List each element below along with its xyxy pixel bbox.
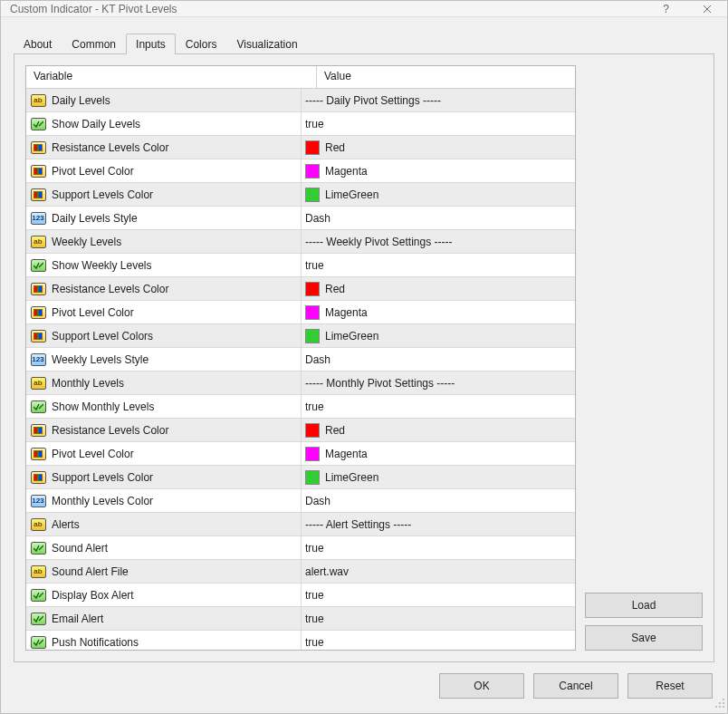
color-param-icon [30, 447, 46, 461]
column-header-variable[interactable]: Variable [26, 66, 317, 88]
param-value: Magenta [325, 165, 368, 178]
param-name: Resistance Levels Color [52, 283, 168, 295]
cancel-button[interactable]: Cancel [533, 673, 618, 699]
param-value: LimeGreen [325, 471, 378, 484]
cell-variable: abDaily Levels [26, 89, 302, 111]
cell-value[interactable]: Dash [302, 348, 575, 371]
cell-value[interactable]: LimeGreen [302, 324, 575, 347]
cell-value[interactable]: Dash [302, 207, 575, 229]
param-name: Daily Levels [52, 94, 110, 107]
bool-param-icon [30, 400, 46, 414]
color-swatch-icon [305, 447, 320, 461]
column-header-value[interactable]: Value [317, 66, 575, 88]
tab-visualization[interactable]: Visualization [226, 34, 307, 54]
param-name: Pivot Level Color [52, 448, 134, 460]
cell-variable: Show Monthly Levels [26, 395, 302, 418]
param-value: true [305, 400, 324, 413]
tab-inputs[interactable]: Inputs [126, 34, 176, 54]
table-row[interactable]: 123Daily Levels StyleDash [26, 207, 575, 230]
param-value: Dash [305, 353, 330, 366]
cell-value[interactable]: Red [302, 277, 575, 300]
load-button[interactable]: Load [585, 593, 703, 618]
cell-variable: 123Daily Levels Style [26, 207, 302, 229]
tab-label: Inputs [136, 38, 166, 51]
tab-colors[interactable]: Colors [176, 34, 227, 54]
table-row[interactable]: Pivot Level ColorMagenta [26, 442, 575, 466]
table-row[interactable]: Support Levels ColorLimeGreen [26, 466, 575, 489]
tab-about[interactable]: About [14, 34, 62, 54]
cell-value[interactable]: true [302, 536, 575, 559]
param-value: ----- Monthly Pivot Settings ----- [305, 377, 455, 390]
cell-value[interactable]: LimeGreen [302, 466, 575, 488]
table-row[interactable]: Support Levels ColorLimeGreen [26, 183, 575, 207]
button-label: Reset [656, 680, 684, 692]
param-name: Resistance Levels Color [52, 424, 168, 437]
table-row[interactable]: Pivot Level ColorMagenta [26, 301, 575, 324]
cell-value[interactable]: LimeGreen [302, 183, 575, 206]
cell-value[interactable]: Dash [302, 489, 575, 512]
cell-value[interactable]: Magenta [302, 442, 575, 465]
tab-label: Common [72, 38, 116, 51]
dialog-window: Custom Indicator - KT Pivot Levels ? Abo… [0, 0, 728, 714]
cell-value[interactable]: Red [302, 136, 575, 159]
table-row[interactable]: abDaily Levels----- Daily Pivot Settings… [26, 89, 575, 112]
table-row[interactable]: Show Daily Levelstrue [26, 112, 575, 136]
param-value: ----- Alert Settings ----- [305, 518, 411, 531]
table-row[interactable]: Display Box Alerttrue [26, 584, 575, 607]
cell-value[interactable]: ----- Weekly Pivot Settings ----- [302, 230, 575, 253]
table-row[interactable]: abSound Alert Filealert.wav [26, 560, 575, 584]
table-row[interactable]: Pivot Level ColorMagenta [26, 159, 575, 183]
param-name: Monthly Levels [52, 377, 124, 390]
resize-grip-icon[interactable] [714, 698, 725, 711]
table-row[interactable]: Resistance Levels ColorRed [26, 419, 575, 442]
table-row[interactable]: 123Monthly Levels ColorDash [26, 489, 575, 513]
table-row[interactable]: abAlerts----- Alert Settings ----- [26, 513, 575, 536]
table-row[interactable]: 123Weekly Levels StyleDash [26, 348, 575, 371]
string-param-icon: ab [30, 93, 46, 108]
cell-variable: Show Daily Levels [26, 112, 302, 135]
table-row[interactable]: abWeekly Levels----- Weekly Pivot Settin… [26, 230, 575, 254]
ok-button[interactable]: OK [439, 673, 524, 699]
parameters-grid[interactable]: Variable Value abDaily Levels----- Daily… [25, 65, 576, 651]
cell-value[interactable]: true [302, 254, 575, 276]
titlebar: Custom Indicator - KT Pivot Levels ? [1, 1, 727, 17]
cell-value[interactable]: Magenta [302, 301, 575, 323]
cell-value[interactable]: Red [302, 419, 575, 441]
tab-common[interactable]: Common [62, 34, 126, 54]
reset-button[interactable]: Reset [627, 673, 713, 699]
cell-variable: Pivot Level Color [26, 301, 302, 323]
table-row[interactable]: Sound Alerttrue [26, 536, 575, 560]
cell-value[interactable]: true [302, 395, 575, 418]
param-name: Weekly Levels [52, 236, 121, 248]
color-param-icon [30, 164, 46, 178]
table-row[interactable]: Support Level ColorsLimeGreen [26, 324, 575, 348]
table-row[interactable]: Show Monthly Levelstrue [26, 395, 575, 419]
table-row[interactable]: Resistance Levels ColorRed [26, 277, 575, 301]
cell-value[interactable]: true [302, 607, 575, 630]
table-row[interactable]: Resistance Levels ColorRed [26, 136, 575, 159]
save-button[interactable]: Save [585, 625, 703, 651]
cell-value[interactable]: ----- Alert Settings ----- [302, 513, 575, 536]
param-value: Dash [305, 212, 330, 225]
cell-value[interactable]: true [302, 584, 575, 606]
table-row[interactable]: Push Notificationstrue [26, 631, 575, 650]
table-row[interactable]: abMonthly Levels----- Monthly Pivot Sett… [26, 371, 575, 395]
tab-strip: About Common Inputs Colors Visualization [14, 34, 714, 54]
cell-value[interactable]: true [302, 112, 575, 135]
cell-variable: Support Level Colors [26, 324, 302, 347]
table-row[interactable]: Show Weekly Levelstrue [26, 254, 575, 277]
cell-value[interactable]: ----- Monthly Pivot Settings ----- [302, 371, 575, 394]
param-value: true [305, 636, 324, 649]
param-name: Display Box Alert [52, 589, 134, 602]
tab-label: Colors [186, 38, 217, 51]
param-name: Alerts [52, 518, 80, 531]
cell-value[interactable]: true [302, 631, 575, 650]
close-button[interactable] [686, 1, 727, 16]
cell-variable: Sound Alert [26, 536, 302, 559]
cell-value[interactable]: alert.wav [302, 560, 575, 583]
help-button[interactable]: ? [646, 1, 686, 16]
param-name: Sound Alert File [52, 565, 129, 578]
table-row[interactable]: Email Alerttrue [26, 607, 575, 631]
cell-value[interactable]: Magenta [302, 159, 575, 182]
cell-value[interactable]: ----- Daily Pivot Settings ----- [302, 89, 575, 111]
